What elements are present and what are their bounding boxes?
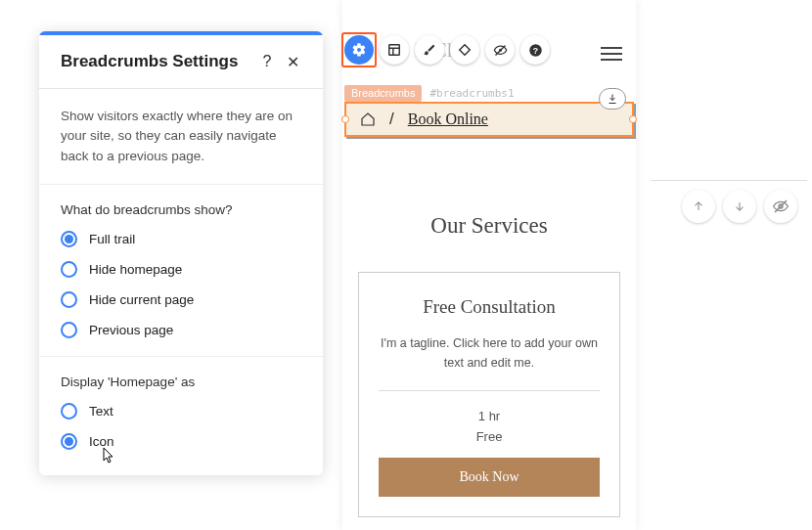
download-icon bbox=[607, 93, 618, 105]
svg-text:?: ? bbox=[532, 45, 537, 55]
service-title: Free Consultation bbox=[379, 296, 600, 318]
services-heading: Our Services bbox=[342, 213, 636, 239]
breadcrumbs-settings-panel: Breadcrumbs Settings ? ✕ Show visitors e… bbox=[39, 31, 323, 475]
home-icon bbox=[360, 111, 376, 127]
radio-icon-option[interactable]: Icon bbox=[61, 433, 301, 450]
radio-label: Icon bbox=[89, 434, 114, 449]
radio-icon bbox=[61, 231, 77, 247]
radio-hide-homepage[interactable]: Hide homepage bbox=[61, 261, 301, 278]
radio-icon bbox=[61, 403, 77, 420]
element-id-tag: #breadcrumbs1 bbox=[426, 85, 518, 102]
question-icon: ? bbox=[528, 43, 543, 58]
hide-tool-button[interactable] bbox=[485, 35, 515, 65]
brush-icon bbox=[423, 43, 436, 57]
service-tagline[interactable]: I'm a tagline. Click here to add your ow… bbox=[379, 333, 600, 391]
radio-label: Full trail bbox=[89, 232, 135, 246]
element-tags: Breadcrumbs #breadcrumbs1 bbox=[344, 85, 519, 102]
layout-icon bbox=[387, 43, 401, 57]
diamond-icon bbox=[458, 43, 472, 57]
eye-icon bbox=[773, 199, 789, 214]
radio-icon bbox=[61, 291, 77, 308]
book-now-button[interactable]: Book Now bbox=[379, 458, 600, 497]
visibility-button[interactable] bbox=[764, 190, 797, 223]
resize-handle-left[interactable] bbox=[341, 115, 349, 123]
resize-handle-right[interactable] bbox=[629, 115, 637, 123]
radio-icon bbox=[61, 433, 77, 450]
design-tool-button[interactable] bbox=[415, 35, 444, 65]
breadcrumb-current[interactable]: Book Online bbox=[408, 110, 488, 128]
display-section-label: Display 'Homepage' as bbox=[61, 375, 301, 389]
arrow-up-icon bbox=[692, 199, 705, 213]
close-button[interactable]: ✕ bbox=[280, 49, 305, 74]
tool-highlight bbox=[341, 32, 377, 67]
element-type-tag: Breadcrumbs bbox=[344, 85, 422, 102]
animation-tool-button[interactable] bbox=[450, 35, 479, 65]
help-tool-button[interactable]: ? bbox=[520, 35, 550, 65]
service-price: Free bbox=[379, 429, 600, 444]
panel-title: Breadcrumbs Settings bbox=[61, 52, 254, 71]
panel-description-section: Show visitors exactly where they are on … bbox=[39, 89, 323, 185]
panel-header: Breadcrumbs Settings ? ✕ bbox=[39, 35, 323, 89]
mobile-preview: H Cl bbox=[342, 0, 636, 530]
radio-label: Hide homepage bbox=[89, 262, 182, 277]
breadcrumb-separator: / bbox=[389, 110, 394, 129]
radio-text[interactable]: Text bbox=[61, 403, 301, 420]
arrow-down-icon bbox=[733, 199, 746, 213]
layout-tool-button[interactable] bbox=[380, 35, 409, 65]
radio-full-trail[interactable]: Full trail bbox=[61, 231, 301, 247]
service-card: Free Consultation I'm a tagline. Click h… bbox=[358, 272, 620, 517]
radio-icon bbox=[61, 261, 77, 278]
radio-label: Text bbox=[89, 404, 113, 419]
move-down-button[interactable] bbox=[723, 190, 756, 223]
show-section-label: What do breadcrumbs show? bbox=[61, 202, 301, 217]
hamburger-menu[interactable] bbox=[601, 43, 622, 65]
radio-label: Previous page bbox=[89, 323, 173, 337]
radio-hide-current-page[interactable]: Hide current page bbox=[61, 291, 301, 308]
breadcrumb-widget[interactable]: / Book Online bbox=[344, 102, 634, 137]
reorder-controls bbox=[682, 190, 797, 223]
help-button[interactable]: ? bbox=[254, 49, 280, 74]
show-section: What do breadcrumbs show? Full trail Hid… bbox=[39, 185, 323, 357]
radio-icon bbox=[61, 322, 77, 338]
apply-button[interactable] bbox=[599, 88, 626, 110]
eye-off-icon bbox=[493, 43, 508, 58]
move-up-button[interactable] bbox=[682, 190, 715, 223]
display-section: Display 'Homepage' as Text Icon bbox=[39, 357, 323, 475]
divider bbox=[651, 180, 807, 181]
radio-previous-page[interactable]: Previous page bbox=[61, 322, 301, 338]
panel-description: Show visitors exactly where they are on … bbox=[61, 107, 301, 166]
radio-label: Hide current page bbox=[89, 292, 194, 307]
svg-rect-0 bbox=[389, 45, 400, 56]
service-duration: 1 hr bbox=[379, 409, 600, 423]
